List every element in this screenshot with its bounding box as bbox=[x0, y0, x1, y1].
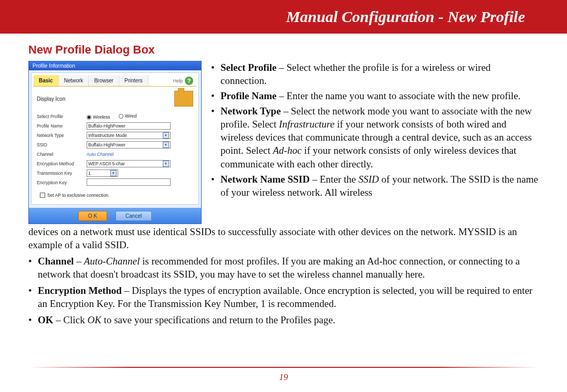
dialog-button-bar: O K Cancel bbox=[29, 208, 201, 224]
label-transmission-key: Transmission Key bbox=[37, 171, 87, 176]
dialog-tabstrip: Basic Network Browser Printers Help ? bbox=[34, 75, 196, 87]
input-profile-name[interactable]: Buffalo-HighPower bbox=[87, 122, 171, 130]
profile-icon bbox=[174, 91, 193, 107]
bullet-select-profile: Select Profile – Select whether the prof… bbox=[211, 61, 539, 87]
label-profile-name: Profile Name bbox=[37, 123, 87, 129]
label-channel: Channel bbox=[37, 152, 87, 157]
bullet-encryption-method: Encryption Method – Displays the types o… bbox=[28, 284, 539, 310]
chevron-down-icon: ▾ bbox=[163, 132, 169, 139]
select-ssid[interactable]: Buffalo-HighPower▾ bbox=[87, 141, 171, 149]
description-full: devices on a network must use identical … bbox=[28, 225, 539, 327]
input-encryption-key[interactable] bbox=[87, 178, 171, 186]
dialog-screenshot: Profile Information Basic Network Browse… bbox=[28, 61, 202, 224]
label-ssid: SSID bbox=[37, 142, 87, 147]
bullet-ssid-continuation: devices on a network must use identical … bbox=[28, 225, 539, 251]
bullet-ok: OK – Click OK to save your specification… bbox=[28, 313, 539, 326]
bullet-ssid: Network Name SSID – Enter the SSID of yo… bbox=[211, 173, 539, 199]
page-number: 19 bbox=[0, 372, 567, 383]
radio-wireless[interactable]: Wireless bbox=[87, 114, 110, 120]
tab-basic[interactable]: Basic bbox=[34, 75, 59, 86]
select-transmission-key[interactable]: 1▾ bbox=[87, 169, 118, 177]
tab-network[interactable]: Network bbox=[59, 75, 89, 86]
label-network-type: Network Type bbox=[37, 133, 87, 138]
chevron-down-icon: ▾ bbox=[110, 170, 117, 176]
ok-button[interactable]: O K bbox=[78, 211, 107, 221]
footer-rule bbox=[28, 367, 539, 368]
bullet-network-type: Network Type – Select the network mode y… bbox=[211, 104, 539, 170]
description-right: Select Profile – Select whether the prof… bbox=[211, 61, 539, 224]
cancel-button[interactable]: Cancel bbox=[116, 211, 152, 221]
help-icon[interactable]: ? bbox=[185, 77, 193, 85]
tab-printers[interactable]: Printers bbox=[119, 75, 148, 86]
bullet-channel: Channel – Auto-Channel is recommended fo… bbox=[28, 255, 539, 281]
tab-browser[interactable]: Browser bbox=[89, 75, 119, 86]
chevron-down-icon: ▾ bbox=[163, 161, 169, 167]
label-encryption-method: Encryption Method bbox=[37, 161, 87, 166]
select-encryption-method[interactable]: WEP ASCII 5-char▾ bbox=[87, 160, 171, 167]
label-select-profile: Select Profile bbox=[37, 114, 87, 119]
chevron-down-icon: ▾ bbox=[163, 142, 169, 148]
header-band: Manual Configuration - New Profile bbox=[0, 0, 567, 34]
checkbox-exclusive[interactable]: Set AP to exclusive connection. bbox=[40, 193, 109, 198]
section-heading: New Profile Dialog Box bbox=[28, 43, 539, 57]
radio-wired[interactable]: Wired bbox=[119, 113, 136, 119]
page-title: Manual Configuration - New Profile bbox=[286, 8, 525, 26]
label-encryption-key: Encryption Key bbox=[37, 180, 87, 185]
display-icon-label: Display Icon bbox=[37, 96, 65, 102]
value-channel: Auto Channel bbox=[87, 152, 193, 157]
bullet-profile-name: Profile Name – Enter the name you want t… bbox=[211, 89, 539, 102]
select-network-type[interactable]: Infrastructure Mode▾ bbox=[87, 132, 171, 139]
tab-help-label: Help bbox=[173, 78, 183, 83]
dialog-titlebar: Profile Information bbox=[29, 61, 201, 70]
